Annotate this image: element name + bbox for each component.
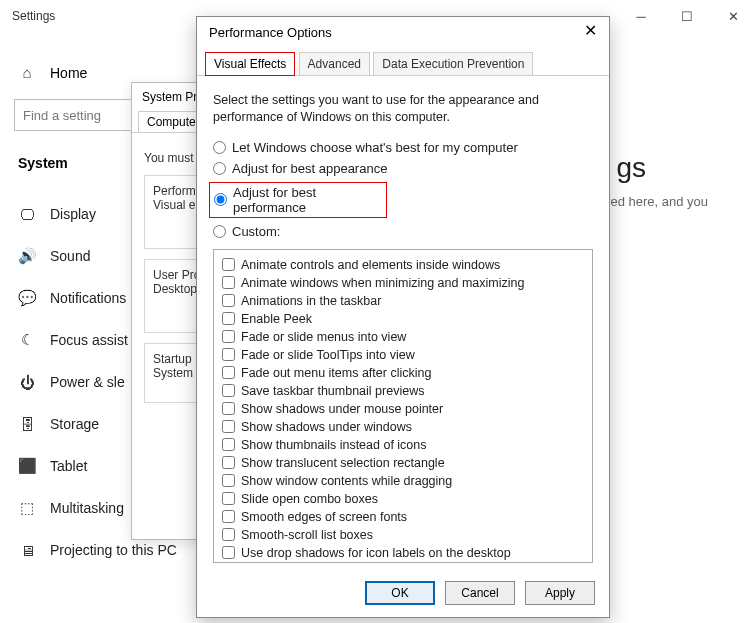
check-show-shadows-under-mouse-pointer[interactable]: Show shadows under mouse pointer	[222, 400, 584, 418]
radio-adjust-for-best-performance[interactable]: Adjust for best performance	[209, 182, 387, 218]
checkbox-label: Use drop shadows for icon labels on the …	[241, 544, 511, 562]
perfopt-description: Select the settings you want to use for …	[213, 92, 593, 126]
check-fade-or-slide-menus-into-view[interactable]: Fade or slide menus into view	[222, 328, 584, 346]
settings-title: Settings	[12, 9, 55, 23]
check-show-translucent-selection-rectangle[interactable]: Show translucent selection rectangle	[222, 454, 584, 472]
power-sle-icon: ⏻	[18, 374, 36, 391]
home-icon: ⌂	[18, 64, 36, 81]
checkbox-label: Fade out menu items after clicking	[241, 364, 431, 382]
tab-dep[interactable]: Data Execution Prevention	[373, 52, 533, 76]
cancel-button[interactable]: Cancel	[445, 581, 515, 605]
check-fade-out-menu-items-after-clicking[interactable]: Fade out menu items after clicking	[222, 364, 584, 382]
radio-label: Custom:	[232, 224, 280, 239]
apply-button[interactable]: Apply	[525, 581, 595, 605]
checkbox-label: Show shadows under mouse pointer	[241, 400, 443, 418]
check-enable-peek[interactable]: Enable Peek	[222, 310, 584, 328]
checkbox-label: Show window contents while dragging	[241, 472, 452, 490]
check-animations-in-the-taskbar[interactable]: Animations in the taskbar	[222, 292, 584, 310]
check-save-taskbar-thumbnail-previews[interactable]: Save taskbar thumbnail previews	[222, 382, 584, 400]
checkbox-label: Show thumbnails instead of icons	[241, 436, 427, 454]
tablet-icon: ⬛	[18, 457, 36, 475]
sidebar-item-label: Sound	[50, 248, 90, 264]
checkbox-input[interactable]	[222, 492, 235, 505]
checkbox-input[interactable]	[222, 258, 235, 271]
page-heading-partial: gs	[616, 152, 646, 184]
display-icon: 🖵	[18, 206, 36, 223]
perfopt-close-button[interactable]: ✕	[579, 21, 601, 43]
sidebar-item-label: Display	[50, 206, 96, 222]
performance-options-dialog: Performance Options ✕ Visual Effects Adv…	[196, 16, 610, 618]
radio-input[interactable]	[213, 225, 226, 238]
storage-icon: 🗄	[18, 416, 36, 433]
checkbox-label: Smooth edges of screen fonts	[241, 508, 407, 526]
checkbox-input[interactable]	[222, 456, 235, 469]
checkbox-input[interactable]	[222, 546, 235, 559]
checkbox-input[interactable]	[222, 312, 235, 325]
checkbox-label: Show shadows under windows	[241, 418, 412, 436]
checkbox-label: Fade or slide ToolTips into view	[241, 346, 415, 364]
sidebar-item-label: Multitasking	[50, 500, 124, 516]
maximize-button[interactable]: ☐	[664, 0, 710, 32]
checkbox-input[interactable]	[222, 348, 235, 361]
visual-effects-checklist[interactable]: Animate controls and elements inside win…	[213, 249, 593, 563]
nav-home[interactable]: ⌂ Home	[18, 64, 203, 81]
focus-assist-icon: ☾	[18, 331, 36, 349]
checkbox-label: Animate controls and elements inside win…	[241, 256, 500, 274]
check-smooth-edges-of-screen-fonts[interactable]: Smooth edges of screen fonts	[222, 508, 584, 526]
checkbox-input[interactable]	[222, 330, 235, 343]
check-show-window-contents-while-dragging[interactable]: Show window contents while dragging	[222, 472, 584, 490]
checkbox-input[interactable]	[222, 474, 235, 487]
check-use-drop-shadows-for-icon-labels-on-the-desktop[interactable]: Use drop shadows for icon labels on the …	[222, 544, 584, 562]
ok-button[interactable]: OK	[365, 581, 435, 605]
checkbox-label: Save taskbar thumbnail previews	[241, 382, 424, 400]
check-animate-windows-when-minimizing-and-maximizing[interactable]: Animate windows when minimizing and maxi…	[222, 274, 584, 292]
check-animate-controls-and-elements-inside-windows[interactable]: Animate controls and elements inside win…	[222, 256, 584, 274]
checkbox-input[interactable]	[222, 528, 235, 541]
sidebar-item-label: Notifications	[50, 290, 126, 306]
checkbox-input[interactable]	[222, 276, 235, 289]
tab-visual-effects[interactable]: Visual Effects	[205, 52, 295, 76]
checkbox-label: Animations in the taskbar	[241, 292, 381, 310]
sidebar-item-label: Storage	[50, 416, 99, 432]
search-placeholder: Find a setting	[23, 108, 101, 123]
check-show-thumbnails-instead-of-icons[interactable]: Show thumbnails instead of icons	[222, 436, 584, 454]
sidebar-item-label: Focus assist	[50, 332, 128, 348]
perfopt-tabstrip: Visual Effects Advanced Data Execution P…	[197, 47, 609, 76]
checkbox-input[interactable]	[222, 366, 235, 379]
check-fade-or-slide-tooltips-into-view[interactable]: Fade or slide ToolTips into view	[222, 346, 584, 364]
perfopt-title: Performance Options	[209, 25, 332, 40]
minimize-button[interactable]: ─	[618, 0, 664, 32]
check-show-shadows-under-windows[interactable]: Show shadows under windows	[222, 418, 584, 436]
radio-input[interactable]	[214, 193, 227, 206]
check-smooth-scroll-list-boxes[interactable]: Smooth-scroll list boxes	[222, 526, 584, 544]
close-button[interactable]: ✕	[710, 0, 756, 32]
sound-icon: 🔊	[18, 247, 36, 265]
checkbox-input[interactable]	[222, 510, 235, 523]
checkbox-label: Show translucent selection rectangle	[241, 454, 445, 472]
checkbox-input[interactable]	[222, 438, 235, 451]
checkbox-input[interactable]	[222, 420, 235, 433]
check-slide-open-combo-boxes[interactable]: Slide open combo boxes	[222, 490, 584, 508]
checkbox-input[interactable]	[222, 384, 235, 397]
checkbox-input[interactable]	[222, 402, 235, 415]
checkbox-label: Animate windows when minimizing and maxi…	[241, 274, 524, 292]
radio-label: Adjust for best appearance	[232, 161, 387, 176]
checkbox-label: Slide open combo boxes	[241, 490, 378, 508]
radio-input[interactable]	[213, 162, 226, 175]
notifications-icon: 💬	[18, 289, 36, 307]
sidebar-item-label: Tablet	[50, 458, 87, 474]
page-text-partial: ved here, and you	[604, 194, 734, 209]
radio-let-windows-choose-what-s-best-for-my-computer[interactable]: Let Windows choose what's best for my co…	[213, 140, 593, 155]
radio-label: Let Windows choose what's best for my co…	[232, 140, 518, 155]
window-controls: ─ ☐ ✕	[618, 0, 756, 32]
radio-input[interactable]	[213, 141, 226, 154]
sidebar-item-label: Projecting to this PC	[50, 542, 177, 558]
checkbox-label: Enable Peek	[241, 310, 312, 328]
multitasking-icon: ⬚	[18, 499, 36, 517]
checkbox-input[interactable]	[222, 294, 235, 307]
checkbox-label: Fade or slide menus into view	[241, 328, 406, 346]
tab-advanced[interactable]: Advanced	[299, 52, 370, 76]
checkbox-label: Smooth-scroll list boxes	[241, 526, 373, 544]
radio-adjust-for-best-appearance[interactable]: Adjust for best appearance	[213, 161, 593, 176]
radio-custom[interactable]: Custom:	[213, 224, 593, 239]
